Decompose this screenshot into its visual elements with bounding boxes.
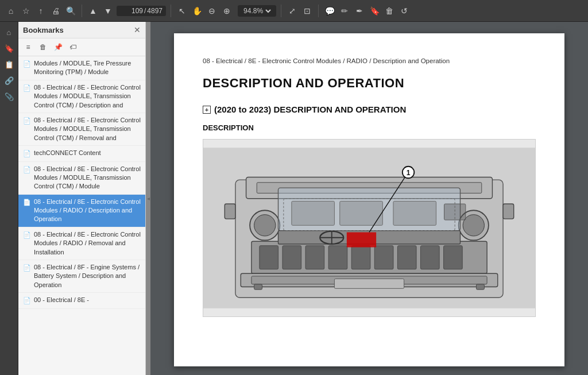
svg-rect-37 xyxy=(476,284,484,289)
sep2 xyxy=(171,5,171,17)
bookmark-item-text: Modules / MODULE, Tire Pressure Monitori… xyxy=(34,59,141,77)
bookmark-list: 📄Modules / MODULE, Tire Pressure Monitor… xyxy=(18,56,145,375)
pan-icon[interactable]: ✋ xyxy=(191,5,203,17)
svg-rect-8 xyxy=(328,246,347,269)
bookmark-item[interactable]: 📄08 - Electrical / 8E - Electronic Contr… xyxy=(18,80,145,113)
car-diagram: 1 xyxy=(203,139,536,317)
svg-rect-38 xyxy=(334,279,404,289)
next-page-icon[interactable]: ▼ xyxy=(102,5,114,17)
home-icon[interactable]: ⌂ xyxy=(5,5,17,17)
bookmark-item-icon: 📄 xyxy=(23,198,31,207)
properties-bookmark-button[interactable]: 🏷 xyxy=(67,41,79,53)
bookmark-item-text: 08 - Electrical / 8E - Electronic Contro… xyxy=(34,198,141,224)
panel-splitter[interactable]: ◂ xyxy=(146,22,150,375)
sep1 xyxy=(82,5,82,17)
bookmark-item[interactable]: 📄08 - Electrical / 8E - Electronic Contr… xyxy=(18,113,145,146)
sep4 xyxy=(318,5,319,17)
section-heading-text: (2020 to 2023) DESCRIPTION AND OPERATION xyxy=(214,105,406,114)
svg-rect-28 xyxy=(393,201,436,225)
pdf-content-area[interactable]: 08 - Electrical / 8E - Electronic Contro… xyxy=(150,22,588,375)
bookmarks-panel: Bookmarks ✕ ≡ 🗑 📌 🏷 📄Modules / MODULE, T… xyxy=(18,22,146,375)
rail-page-icon[interactable]: 📋 xyxy=(2,57,16,71)
page-title: DESCRIPTION AND OPERATION xyxy=(203,76,536,91)
bookmark-item[interactable]: 📄08 - Electrical / 8E - Electronic Contr… xyxy=(18,195,145,227)
zoom-selector[interactable]: 94.8% 50% 75% 100% 125% 150% 200% xyxy=(238,5,276,17)
svg-point-17 xyxy=(463,215,484,236)
sidebar-toolbar: ≡ 🗑 📌 🏷 xyxy=(18,38,145,56)
svg-point-15 xyxy=(254,215,276,236)
section-heading: + (2020 to 2023) DESCRIPTION AND OPERATI… xyxy=(203,105,536,114)
bookmark-item-icon: 📄 xyxy=(23,264,31,272)
rail-attach-icon[interactable]: 📎 xyxy=(2,90,16,103)
delete-icon[interactable]: 🗑 xyxy=(383,5,396,17)
svg-rect-36 xyxy=(254,284,262,289)
delete-bookmark-button[interactable]: 🗑 xyxy=(37,41,49,53)
svg-rect-26 xyxy=(292,201,335,225)
fit-width-icon[interactable]: ⤢ xyxy=(286,5,299,17)
add-bookmark-button[interactable]: 📌 xyxy=(52,41,64,53)
bookmark-item-text: 08 - Electrical / 8E - Electronic Contro… xyxy=(34,116,141,142)
rail-home-icon[interactable]: ⌂ xyxy=(2,25,16,39)
stamp-icon[interactable]: 🔖 xyxy=(368,5,381,17)
bookmark-item[interactable]: 📄08 - Electrical / 8E - Electronic Contr… xyxy=(18,162,145,195)
breadcrumb: 08 - Electrical / 8E - Electronic Contro… xyxy=(203,56,536,65)
pdf-toolbar: ⌂ ☆ ↑ 🖨 🔍 ▲ ▼ / 4897 ↖ ✋ ⊖ ⊕ 94.8% 50% 7… xyxy=(0,0,588,22)
rail-link-icon[interactable]: 🔗 xyxy=(2,74,16,87)
bookmark-item-icon: 📄 xyxy=(23,149,31,158)
rail-bookmark-icon active[interactable]: 🔖 xyxy=(2,41,16,55)
bookmark-item-icon: 📄 xyxy=(23,296,31,305)
pdf-page: 08 - Electrical / 8E - Electronic Contro… xyxy=(174,33,564,366)
expand-all-button[interactable]: ≡ xyxy=(22,41,34,53)
bookmark-item-text: 00 - Electrical / 8E - xyxy=(34,296,141,304)
svg-rect-9 xyxy=(351,246,370,269)
bookmark-item-icon: 📄 xyxy=(23,117,31,125)
svg-rect-30 xyxy=(347,233,376,248)
draw-icon[interactable]: ✒ xyxy=(353,5,366,17)
print-icon[interactable]: 🖨 xyxy=(49,5,62,17)
bookmark-item-text: 08 - Electrical / 8E - Electronic Contro… xyxy=(34,83,141,110)
page-nav: / 4897 xyxy=(117,6,166,16)
comment-icon[interactable]: 💬 xyxy=(323,5,336,17)
bookmark-icon[interactable]: ☆ xyxy=(20,5,32,17)
svg-rect-11 xyxy=(397,246,416,269)
svg-rect-6 xyxy=(283,246,301,269)
svg-rect-10 xyxy=(374,246,393,269)
sidebar-header: Bookmarks ✕ xyxy=(18,22,145,38)
highlight-icon[interactable]: ✏ xyxy=(338,5,351,17)
bookmark-item-icon: 📄 xyxy=(23,231,31,239)
close-sidebar-button[interactable]: ✕ xyxy=(134,25,141,34)
svg-rect-7 xyxy=(305,246,324,269)
sidebar-title: Bookmarks xyxy=(23,26,64,34)
page-number-input[interactable] xyxy=(120,7,143,15)
bookmark-item[interactable]: 📄08 - Electrical / 8F - Engine Systems /… xyxy=(18,260,145,293)
bookmark-item[interactable]: 📄Modules / MODULE, Tire Pressure Monitor… xyxy=(18,56,145,80)
expand-icon[interactable]: + xyxy=(203,106,211,114)
upload-icon[interactable]: ↑ xyxy=(34,5,47,17)
zoom-select[interactable]: 94.8% 50% 75% 100% 125% 150% 200% xyxy=(241,6,273,16)
bookmark-item[interactable]: 📄techCONNECT Content xyxy=(18,146,145,161)
page-total: 4897 xyxy=(147,7,163,15)
zoom-out-small-icon[interactable]: 🔍 xyxy=(64,5,77,17)
bookmark-item-text: 08 - Electrical / 8E - Electronic Contro… xyxy=(34,165,141,191)
svg-rect-35 xyxy=(503,204,514,219)
bookmark-item-text: 08 - Electrical / 8E - Electronic Contro… xyxy=(34,230,141,257)
main-area: ⌂ 🔖 📋 🔗 📎 Bookmarks ✕ ≡ 🗑 📌 🏷 📄Modules /… xyxy=(0,22,588,375)
bookmark-item[interactable]: 📄00 - Electrical / 8E - xyxy=(18,293,145,308)
prev-page-icon[interactable]: ▲ xyxy=(87,5,99,17)
svg-rect-34 xyxy=(225,204,235,219)
car-xray-image: 1 xyxy=(203,140,535,316)
bookmark-item[interactable]: 📄08 - Electrical / 8E - Electronic Contr… xyxy=(18,227,145,260)
bookmark-item-icon: 📄 xyxy=(23,60,31,68)
bookmark-item-text: techCONNECT Content xyxy=(34,149,141,157)
bookmark-item-icon: 📄 xyxy=(23,84,31,92)
cursor-icon[interactable]: ↖ xyxy=(176,5,188,17)
icon-rail: ⌂ 🔖 📋 🔗 📎 xyxy=(0,22,18,375)
page-sep: / xyxy=(144,7,146,15)
marquee-zoom-icon[interactable]: ⊡ xyxy=(301,5,314,17)
undo-icon[interactable]: ↺ xyxy=(398,5,411,17)
zoom-in-icon[interactable]: ⊕ xyxy=(220,5,233,17)
bookmark-item-text: 08 - Electrical / 8F - Engine Systems / … xyxy=(34,263,141,289)
svg-rect-13 xyxy=(444,246,463,269)
zoom-out-icon[interactable]: ⊖ xyxy=(206,5,218,17)
bookmark-item-icon: 📄 xyxy=(23,165,31,174)
